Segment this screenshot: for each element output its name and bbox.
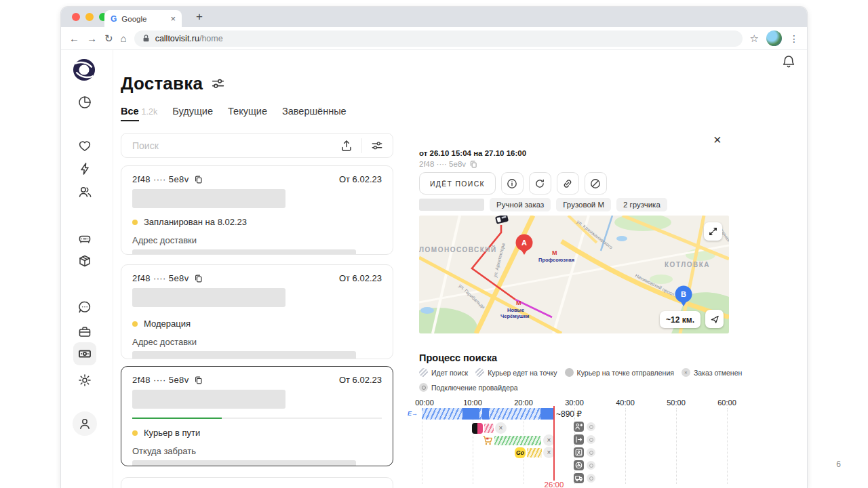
home-icon[interactable]: ⌂: [121, 33, 127, 43]
steering-wheel-icon: [574, 460, 584, 470]
status-dot: [132, 321, 138, 327]
order-card[interactable]: 2f48 ···· 5e8v От 6.02.23 Модерация Адре…: [121, 264, 393, 359]
metro-mark: М: [552, 249, 557, 256]
tab-all-count: 1.2k: [142, 107, 158, 117]
url-bar[interactable]: calltovisit.ru/home: [134, 30, 743, 47]
order-tags: Ручной заказ Грузовой М 2 грузчика: [419, 198, 667, 211]
tab-future[interactable]: Будущие: [172, 106, 213, 117]
copy-link-button[interactable]: [557, 172, 579, 195]
filters-icon[interactable]: [211, 77, 225, 91]
order-date: От 6.02.23: [339, 174, 382, 184]
timeline-start-icon: Е→: [408, 410, 418, 417]
company-logo-icon[interactable]: [68, 56, 100, 84]
search-status-button[interactable]: идёт поиск: [419, 172, 496, 195]
copy-icon[interactable]: [194, 274, 203, 283]
sidebar-item-packages[interactable]: [77, 253, 92, 268]
order-card-selected[interactable]: 2f48 ···· 5e8v От 6.02.23 Курьер в пути …: [121, 366, 393, 466]
metro-mark: М: [516, 300, 521, 306]
tab-current[interactable]: Текущие: [228, 106, 267, 117]
sidebar-item-business[interactable]: [77, 325, 92, 340]
tab-title: Google: [121, 15, 165, 23]
copy-icon[interactable]: [194, 175, 203, 184]
slide: G Google × + ← → ↻ ⌂ calltovisit.ru/home…: [0, 0, 868, 488]
sidebar-item-clients[interactable]: [77, 184, 92, 199]
search-process-timeline: 00:00 10:00 20:00 30:00 40:00 50:00 60:0…: [419, 399, 732, 488]
axis-tick: 40:00: [616, 399, 635, 407]
bookmark-star-icon[interactable]: ☆: [750, 33, 759, 45]
address-label: Адрес доставки: [132, 337, 382, 347]
tab-all[interactable]: Все1.2k: [121, 106, 157, 117]
main-bar-solid-segment: [462, 408, 479, 420]
tab-close-icon[interactable]: ×: [170, 14, 176, 23]
map-locate-button[interactable]: [705, 310, 724, 328]
legend-searching-icon: [419, 368, 428, 377]
search-input[interactable]: [131, 140, 332, 152]
provider-step: [574, 422, 595, 432]
provider-cancel-icon[interactable]: ×: [495, 422, 507, 434]
sidebar-item-chat[interactable]: [77, 300, 92, 314]
provider-cart-logo: [482, 435, 493, 446]
browser-tab[interactable]: G Google ×: [104, 10, 182, 27]
sidebar-item-favorites[interactable]: [77, 138, 92, 153]
new-tab-button[interactable]: +: [191, 9, 208, 25]
provider-pink-logo: [472, 423, 483, 434]
tab-strip: G Google × +: [61, 7, 807, 27]
lightning-icon: [77, 161, 92, 176]
sidebar-item-payments-active[interactable]: [73, 342, 96, 365]
order-status: Курьер в пути: [144, 428, 200, 438]
detail-actions: идёт поиск: [419, 172, 607, 195]
address-label: Адрес доставки: [132, 235, 382, 245]
reload-icon[interactable]: ↻: [104, 33, 113, 43]
provider-step: [574, 460, 595, 470]
metro-station-label: Новые: [507, 307, 524, 313]
sidebar-item-actions[interactable]: [77, 161, 92, 176]
sidebar-item-settings[interactable]: [77, 373, 92, 388]
sidebar-item-analytics[interactable]: [77, 95, 92, 110]
export-icon[interactable]: [340, 140, 353, 152]
package-icon: [77, 253, 92, 268]
back-icon[interactable]: ←: [69, 33, 79, 43]
tab-finished[interactable]: Завершённые: [282, 106, 347, 117]
redacted-block: [132, 460, 356, 466]
page-title: Доставка: [121, 73, 203, 94]
redacted-block: [132, 288, 285, 307]
cancel-order-button[interactable]: [585, 172, 607, 195]
slide-page-number: 6: [836, 460, 841, 469]
legend-item: Идет поиск: [419, 368, 468, 377]
url-host: calltovisit.ru: [155, 34, 199, 43]
axis-tick: 00:00: [415, 399, 434, 407]
current-time-label: 26:00: [545, 481, 564, 488]
order-status: Модерация: [144, 319, 191, 329]
step-status-dot: [587, 461, 595, 470]
tag-vehicle: Грузовой М: [556, 198, 611, 211]
order-card[interactable]: 2f48 ···· 5e8v От 6.02.23 Запланирован н…: [121, 165, 393, 255]
process-legend: Идет поиск Курьер едет на точку Курьер н…: [419, 368, 746, 392]
sidebar-item-vehicles[interactable]: [77, 231, 92, 246]
legend-item: Подключение провайдера: [419, 383, 518, 392]
people-icon: [77, 184, 92, 199]
legend-courier-enroute-icon: [475, 368, 484, 377]
order-card-partial[interactable]: [121, 477, 393, 488]
svg-text:A: A: [521, 239, 527, 247]
info-button[interactable]: [501, 172, 524, 195]
forward-icon[interactable]: →: [87, 33, 97, 43]
copy-icon[interactable]: [469, 160, 477, 168]
step-status-dot: [587, 422, 595, 431]
copy-icon[interactable]: [194, 375, 203, 384]
profile-avatar[interactable]: [766, 30, 782, 46]
browser-menu-icon[interactable]: ⋮: [789, 33, 799, 44]
detail-close-icon[interactable]: ×: [713, 133, 722, 146]
map-fullscreen-button[interactable]: [704, 222, 722, 241]
notification-bell-icon[interactable]: [781, 54, 796, 69]
sidebar-item-profile[interactable]: [73, 411, 97, 436]
refresh-button[interactable]: [529, 172, 551, 195]
window-close-button[interactable]: [72, 13, 80, 21]
window-minimize-button[interactable]: [85, 13, 94, 21]
route-map[interactable]: ЛОМОНОСОВСКИЙ КОТЛОВКА ул. Кржижановског…: [419, 216, 729, 333]
lock-icon: [142, 34, 150, 43]
truck-icon: [574, 473, 584, 483]
legend-item: Курьер на точке отправления: [565, 368, 674, 377]
search-filters-icon[interactable]: [371, 140, 383, 152]
active-tab-underline: [121, 120, 139, 121]
metro-station-label: Черёмушки: [500, 313, 530, 319]
